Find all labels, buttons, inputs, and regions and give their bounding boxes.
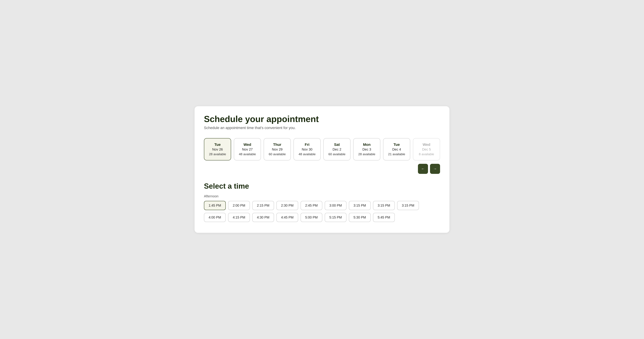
- day-name: Sat: [326, 143, 348, 147]
- time-grid-row1: 1:45 PM2:00 PM2:15 PM2:30 PM2:45 PM3:00 …: [204, 201, 440, 210]
- time-button[interactable]: 2:45 PM: [300, 201, 322, 210]
- month-day: Dec 3: [356, 148, 377, 151]
- slots-available: 8 available: [416, 152, 437, 156]
- month-day: Nov 29: [267, 148, 288, 151]
- slots-available: 21 available: [386, 152, 407, 156]
- day-name: Mon: [356, 143, 377, 147]
- month-day: Dec 4: [386, 148, 407, 151]
- time-button[interactable]: 2:15 PM: [252, 201, 274, 210]
- slots-available: 28 available: [207, 152, 228, 156]
- slots-available: 48 available: [237, 152, 258, 156]
- date-card-sat-dec2[interactable]: Sat Dec 2 60 available: [323, 138, 350, 160]
- day-name: Wed: [416, 143, 437, 147]
- day-name: Thur: [267, 143, 288, 147]
- time-button[interactable]: 4:30 PM: [252, 213, 274, 222]
- date-card-tue-nov26[interactable]: Tue Nov 26 28 available: [204, 138, 231, 160]
- time-section-title: Select a time: [204, 182, 440, 190]
- date-grid: Tue Nov 26 28 available Wed Nov 27 48 av…: [204, 138, 440, 160]
- month-day: Nov 27: [237, 148, 258, 151]
- slots-available: 28 available: [356, 152, 377, 156]
- page-subtitle: Schedule an appointment time that's conv…: [204, 126, 440, 130]
- page-title: Schedule your appointment: [204, 114, 440, 124]
- time-button[interactable]: 4:45 PM: [276, 213, 298, 222]
- time-button[interactable]: 5:15 PM: [325, 213, 346, 222]
- month-day: Dec 5: [416, 148, 437, 151]
- time-button[interactable]: 5:45 PM: [373, 213, 395, 222]
- slots-available: 60 available: [267, 152, 288, 156]
- time-button[interactable]: 2:30 PM: [276, 201, 298, 210]
- time-button[interactable]: 3:15 PM: [349, 201, 371, 210]
- date-card-fri-nov30[interactable]: Fri Nov 30 48 available: [294, 138, 321, 160]
- day-name: Fri: [296, 143, 318, 147]
- time-grid-row2: 4:00 PM4:15 PM4:30 PM4:45 PM5:00 PM5:15 …: [204, 213, 440, 222]
- month-day: Nov 26: [207, 148, 228, 151]
- month-day: Dec 2: [326, 148, 348, 151]
- date-card-wed-dec5[interactable]: Wed Dec 5 8 available: [413, 138, 440, 160]
- date-card-thu-nov29[interactable]: Thur Nov 29 60 available: [264, 138, 291, 160]
- time-button[interactable]: 4:00 PM: [204, 213, 226, 222]
- month-day: Nov 30: [296, 148, 318, 151]
- time-button[interactable]: 3:00 PM: [325, 201, 346, 210]
- nav-buttons: ← →: [204, 164, 440, 174]
- date-card-mon-dec3[interactable]: Mon Dec 3 28 available: [353, 138, 380, 160]
- date-card-tue-dec4[interactable]: Tue Dec 4 21 available: [383, 138, 410, 160]
- time-button[interactable]: 5:00 PM: [300, 213, 322, 222]
- date-card-wed-nov27[interactable]: Wed Nov 27 48 available: [234, 138, 261, 160]
- slots-available: 60 available: [326, 152, 348, 156]
- day-name: Tue: [207, 143, 228, 147]
- time-button[interactable]: 1:45 PM: [204, 201, 226, 210]
- time-button[interactable]: 2:00 PM: [228, 201, 250, 210]
- day-name: Tue: [386, 143, 407, 147]
- time-button[interactable]: 3:15 PM: [397, 201, 419, 210]
- time-button[interactable]: 4:15 PM: [228, 213, 250, 222]
- time-button[interactable]: 5:30 PM: [349, 213, 371, 222]
- prev-button[interactable]: ←: [418, 164, 428, 174]
- time-section-label: Afternoon: [204, 194, 440, 198]
- slots-available: 48 available: [296, 152, 318, 156]
- appointment-card: Schedule your appointment Schedule an ap…: [194, 106, 450, 233]
- time-button[interactable]: 3:15 PM: [373, 201, 395, 210]
- day-name: Wed: [237, 143, 258, 147]
- next-button[interactable]: →: [430, 164, 440, 174]
